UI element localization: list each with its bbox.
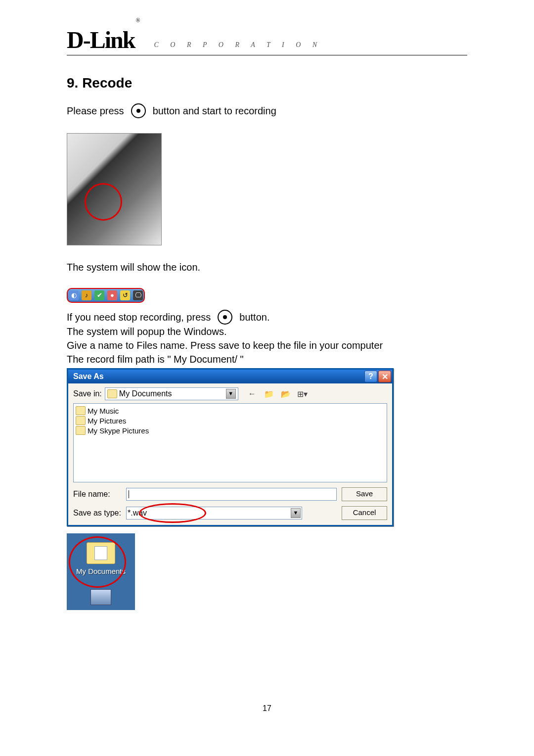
- back-icon[interactable]: ←: [246, 388, 258, 399]
- list-item[interactable]: My Music: [76, 406, 385, 416]
- file-name-label: File name:: [73, 490, 121, 499]
- record-icon: [218, 310, 232, 325]
- corporation-label: C O R P O R A T I O N: [154, 41, 322, 52]
- document-icon: [94, 546, 107, 560]
- chevron-down-icon[interactable]: ▼: [291, 508, 301, 518]
- save-in-select[interactable]: My Documents ▼: [105, 387, 238, 400]
- tray-icon: 🖵: [133, 290, 143, 300]
- section-title: 9. Recode: [67, 75, 467, 91]
- text-stop-suffix: button.: [239, 310, 269, 324]
- save-as-type-label: Save as type:: [73, 509, 121, 518]
- folder-icon: [76, 426, 86, 435]
- tray-icon: ♪: [82, 290, 91, 300]
- save-in-value: My Documents: [119, 389, 172, 398]
- list-item[interactable]: My Pictures: [76, 416, 385, 425]
- file-list[interactable]: My Music My Pictures My Skype Pictures: [73, 403, 387, 482]
- dlink-logo: D-Link®: [67, 28, 139, 52]
- dialog-title: Save As: [73, 372, 104, 381]
- text-popup: The system will popup the Windows.: [67, 325, 467, 338]
- text-press-suffix: button and start to recording: [153, 104, 276, 118]
- list-item[interactable]: My Skype Pictures: [76, 425, 385, 435]
- save-as-type-select[interactable]: *.wav ▼: [126, 507, 302, 520]
- save-in-label: Save in:: [73, 389, 102, 398]
- save-button[interactable]: Save: [342, 487, 387, 501]
- brand-header: D-Link® C O R P O R A T I O N: [67, 25, 467, 55]
- up-folder-icon[interactable]: 📁: [263, 388, 275, 399]
- text-path: The record film path is " My Document/ ": [67, 352, 467, 366]
- highlight-circle-icon: [85, 183, 122, 221]
- my-documents-label: My Documents: [76, 567, 126, 575]
- desktop-icon-block: My Documents: [67, 533, 135, 610]
- cancel-button[interactable]: Cancel: [342, 506, 387, 520]
- save-as-dialog: Save As ? ✕ Save in: My Documents ▼ ← 📁 …: [67, 368, 394, 526]
- folder-icon: [76, 406, 86, 415]
- my-documents-icon[interactable]: [87, 542, 115, 564]
- tray-icon: ✔: [94, 290, 104, 300]
- text-show-icon: The system will show the icon.: [67, 260, 467, 274]
- device-photo: [67, 133, 162, 245]
- systray-icons: ◐ ♪ ✔ ● ↺ 🖵: [67, 288, 145, 303]
- page-number: 17: [67, 704, 467, 713]
- text-press-prefix: Please press: [67, 104, 124, 118]
- new-folder-icon[interactable]: 📂: [280, 388, 292, 399]
- text-give-name: Give a name to Files name. Press save to…: [67, 338, 467, 352]
- file-name-input[interactable]: [126, 488, 337, 501]
- help-button[interactable]: ?: [364, 371, 377, 382]
- record-icon: [131, 103, 146, 118]
- text-stop-prefix: If you need stop recording, press: [67, 310, 211, 324]
- close-button[interactable]: ✕: [378, 371, 391, 382]
- tray-icon: ●: [107, 290, 117, 300]
- dialog-titlebar: Save As ? ✕: [68, 370, 392, 383]
- view-menu-icon[interactable]: ⊞▾: [297, 388, 309, 399]
- tray-icon: ◐: [69, 290, 79, 300]
- secondary-desktop-icon: [90, 589, 111, 605]
- registered-icon: ®: [135, 17, 139, 24]
- chevron-down-icon[interactable]: ▼: [226, 389, 236, 399]
- folder-icon: [107, 389, 117, 398]
- folder-icon: [76, 416, 86, 425]
- text-cursor-icon: [129, 490, 129, 498]
- tray-icon: ↺: [120, 290, 130, 300]
